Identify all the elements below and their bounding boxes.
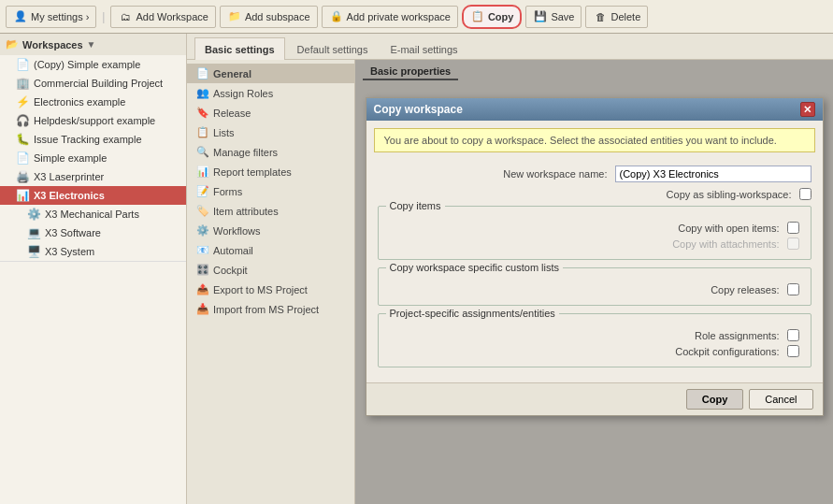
sidebar-item-label: X3 System	[45, 246, 94, 257]
sidebar-item-label: X3 Software	[45, 227, 101, 238]
settings-menu-manage-filters[interactable]: 🔍Manage filters	[187, 142, 354, 162]
settings-menu-label: Cockpit	[213, 265, 248, 276]
copy-releases-row: Copy releases:	[390, 283, 799, 295]
copy-workspace-dialog: Copy workspace ✕ You are about to copy a…	[366, 97, 824, 416]
chevron-right-icon: ›	[86, 11, 90, 22]
settings-menu-icon: 📄	[196, 67, 209, 79]
settings-menu-label: Report templates	[213, 166, 292, 178]
sidebar-item-commercial-building-project[interactable]: 🏢Commercial Building Project	[0, 74, 186, 93]
copy-open-checkbox[interactable]	[787, 222, 799, 234]
save-icon: 💾	[533, 9, 548, 24]
settings-menu-icon: 🔍	[196, 146, 209, 158]
settings-menu-icon: 🔖	[196, 107, 209, 119]
settings-menu-icon: 📤	[196, 283, 209, 295]
sidebar-item-label: Helpdesk/support example	[34, 115, 155, 126]
modal-warning: You are about to copy a workspace. Selec…	[374, 128, 815, 152]
sidebar-item-icon: 🎧	[15, 114, 30, 127]
workspaces-section: 📂 Workspaces ▼ 📄(Copy) Simple example🏢Co…	[0, 34, 186, 262]
toolbar-separator: |	[102, 10, 105, 23]
sidebar-item-x3-laserprinter[interactable]: 🖨️X3 Laserprinter	[0, 167, 186, 186]
add-subspace-button[interactable]: 📁 Add subspace	[220, 6, 318, 28]
sidebar-item-helpdesk/support-example[interactable]: 🎧Helpdesk/support example	[0, 111, 186, 130]
sidebar-item-(copy)-simple-example[interactable]: 📄(Copy) Simple example	[0, 55, 186, 74]
sibling-checkbox[interactable]	[799, 188, 811, 200]
project-specific-section: Project-specific assignments/entities Ro…	[378, 313, 811, 367]
sidebar-item-label: Simple example	[34, 152, 107, 164]
add-private-workspace-button[interactable]: 🔒 Add private workspace	[322, 6, 458, 28]
copy-attachments-row: Copy with attachments:	[390, 238, 799, 250]
copy-icon: 📋	[470, 9, 485, 24]
person-icon: 👤	[13, 9, 28, 24]
tab-email-settings[interactable]: E-mail settings	[380, 37, 467, 60]
add-private-icon: 🔒	[329, 9, 344, 24]
sidebar: 📂 Workspaces ▼ 📄(Copy) Simple example🏢Co…	[0, 34, 187, 504]
sidebar-item-icon: 📄	[15, 58, 30, 71]
copy-open-items-row: Copy with open items:	[390, 222, 799, 234]
sidebar-item-x3-system[interactable]: 🖥️X3 System	[0, 242, 186, 261]
modal-footer: Copy Cancel	[366, 382, 823, 415]
tab-default-settings[interactable]: Default settings	[287, 37, 379, 60]
sidebar-item-label: X3 Mechanical Parts	[45, 209, 139, 220]
add-workspace-button[interactable]: 🗂 Add Workspace	[110, 6, 215, 28]
settings-menu-export-to-ms-project[interactable]: 📤Export to MS Project	[187, 280, 354, 299]
settings-menu-forms[interactable]: 📝Forms	[187, 181, 354, 201]
add-workspace-icon: 🗂	[118, 9, 133, 24]
settings-menu-icon: 🎛️	[196, 264, 209, 276]
settings-menu-icon: 📥	[196, 303, 209, 315]
modal-cancel-button[interactable]: Cancel	[749, 389, 812, 410]
settings-menu-general[interactable]: 📄General	[187, 64, 354, 83]
sidebar-item-icon: ⚙️	[26, 208, 41, 221]
sidebar-items-list: 📄(Copy) Simple example🏢Commercial Buildi…	[0, 55, 186, 261]
new-name-input[interactable]	[615, 166, 811, 182]
workspaces-header[interactable]: 📂 Workspaces ▼	[0, 34, 186, 55]
sidebar-item-label: X3 Laserprinter	[34, 171, 104, 182]
settings-menu-lists[interactable]: 📋Lists	[187, 122, 354, 142]
modal-body: New workspace name: Copy as sibling-work…	[366, 160, 823, 382]
toolbar-delete-button[interactable]: 🗑 Delete	[585, 6, 648, 28]
tab-basic-settings[interactable]: Basic settings	[194, 37, 285, 60]
modal-close-button[interactable]: ✕	[800, 102, 815, 117]
custom-lists-content: Copy releases:	[379, 281, 811, 305]
sidebar-item-x3-software[interactable]: 💻X3 Software	[0, 223, 186, 242]
copy-attachments-checkbox[interactable]	[787, 238, 799, 250]
sidebar-item-x3-mechanical-parts[interactable]: ⚙️X3 Mechanical Parts	[0, 205, 186, 223]
sidebar-item-simple-example[interactable]: 📄Simple example	[0, 149, 186, 167]
settings-menu-label: Forms	[213, 186, 242, 197]
settings-menu-report-templates[interactable]: 📊Report templates	[187, 162, 354, 181]
settings-menu-icon: 📝	[196, 185, 209, 197]
sidebar-item-x3-electronics[interactable]: 📊X3 Electronics	[0, 186, 186, 205]
sibling-label: Copy as sibling-workspace:	[667, 189, 792, 200]
settings-menu-label: Import from MS Project	[213, 304, 319, 315]
settings-menu-automail[interactable]: 📧Automail	[187, 240, 354, 260]
settings-menu-icon: 🏷️	[196, 205, 209, 217]
settings-menu-workflows[interactable]: ⚙️Workflows	[187, 221, 354, 240]
cockpit-checkbox[interactable]	[787, 345, 799, 357]
cockpit-label: Cockpit configurations:	[675, 346, 779, 357]
settings-menu-cockpit[interactable]: 🎛️Cockpit	[187, 260, 354, 280]
settings-menu-item-attributes[interactable]: 🏷️Item attributes	[187, 201, 354, 221]
copy-items-section: Copy items Copy with open items: Copy wi…	[378, 206, 811, 260]
settings-menu-list: 📄General👥Assign Roles🔖Release📋Lists🔍Mana…	[187, 64, 354, 319]
sidebar-item-icon: 🏢	[15, 77, 30, 90]
sidebar-item-issue-tracking-example[interactable]: 🐛Issue Tracking example	[0, 130, 186, 149]
settings-menu-label: Lists	[213, 127, 235, 138]
copy-releases-checkbox[interactable]	[787, 283, 799, 295]
toolbar-copy-button[interactable]: 📋 Copy	[462, 5, 523, 29]
sidebar-item-label: X3 Electronics	[34, 190, 105, 201]
role-assignments-checkbox[interactable]	[787, 329, 799, 341]
my-settings-button[interactable]: 👤 My settings ›	[6, 6, 96, 28]
settings-menu-label: Assign Roles	[213, 88, 273, 99]
settings-menu-label: Release	[213, 108, 251, 119]
settings-menu-assign-roles[interactable]: 👥Assign Roles	[187, 83, 354, 103]
new-name-label: New workspace name:	[503, 168, 607, 180]
workspaces-collapse-icon: ▼	[87, 39, 96, 50]
modal-copy-button[interactable]: Copy	[686, 389, 744, 410]
settings-menu-release[interactable]: 🔖Release	[187, 103, 354, 122]
toolbar-save-button[interactable]: 💾 Save	[525, 6, 582, 28]
main-layout: 📂 Workspaces ▼ 📄(Copy) Simple example🏢Co…	[0, 34, 833, 504]
sidebar-item-electronics-example[interactable]: ⚡Electronics example	[0, 93, 186, 111]
role-assignments-row: Role assignments:	[390, 329, 799, 341]
project-specific-content: Role assignments: Cockpit configurations…	[379, 327, 811, 367]
settings-menu-import-from-ms-project[interactable]: 📥Import from MS Project	[187, 299, 354, 319]
delete-icon: 🗑	[593, 9, 608, 24]
